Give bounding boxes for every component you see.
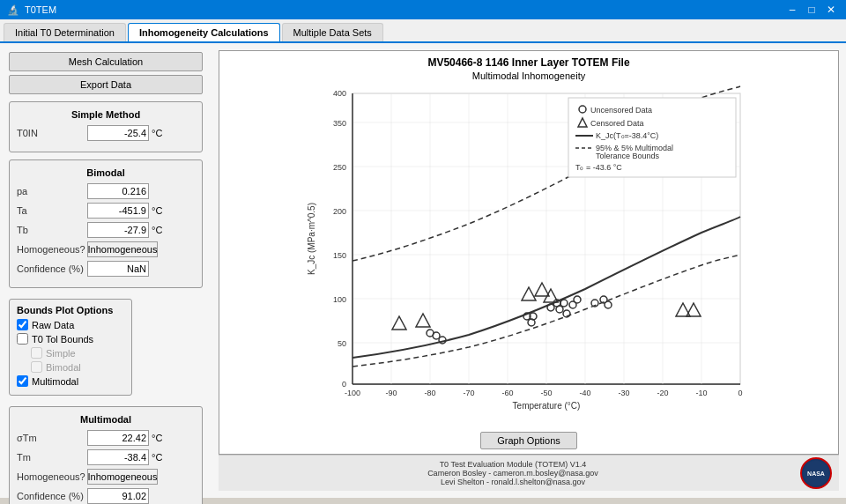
graph-title: MV50466-8 1146 Inner Layer TOTEM File [219, 51, 838, 70]
export-data-button[interactable]: Export Data [9, 75, 203, 94]
svg-text:-100: -100 [345, 389, 360, 397]
footer-line1: T0 Test Evaluation Module (TOTEM) V1.4 [226, 460, 800, 469]
bounds-title: Bounds Plot Options [17, 305, 124, 315]
multimodal-homogeneous-value: Inhomogeneous [87, 469, 158, 485]
tab-bar: Initial T0 Determination Inhomogeneity C… [0, 19, 846, 43]
svg-text:-70: -70 [463, 389, 474, 397]
footer-text: T0 Test Evaluation Module (TOTEM) V1.4 C… [226, 460, 800, 486]
tm-input[interactable] [87, 449, 149, 465]
tb-input[interactable] [87, 222, 149, 238]
svg-text:-10: -10 [695, 389, 707, 397]
multimodal-confidence-label: Confidence (%) [17, 491, 87, 501]
maximize-button[interactable]: □ [804, 2, 820, 18]
right-panel: MV50466-8 1146 Inner Layer TOTEM File Mu… [212, 43, 846, 498]
title-bar: 🔬 T0TEM – □ ✕ [0, 0, 846, 19]
svg-text:150: 150 [333, 251, 346, 260]
bimodal-confidence-input[interactable] [87, 261, 149, 277]
multimodal-homogeneous-label: Homogeneous? [17, 471, 87, 482]
svg-text:Temperature (°C): Temperature (°C) [513, 401, 581, 411]
svg-text:Uncensored Data: Uncensored Data [590, 106, 652, 115]
t0in-label: T0IN [17, 128, 87, 138]
multimodal-checkbox[interactable] [17, 375, 28, 387]
tm-label: Tm [17, 452, 87, 463]
pa-label: pa [17, 186, 87, 196]
tb-label: Tb [17, 225, 87, 235]
svg-text:-50: -50 [540, 389, 552, 397]
window-title: T0TEM [25, 4, 56, 15]
bounds-plot-options: Bounds Plot Options Raw Data T0 Tol Boun… [9, 299, 132, 396]
svg-text:K_Jc (MPa·m^0.5): K_Jc (MPa·m^0.5) [307, 203, 316, 275]
pa-input[interactable] [87, 183, 149, 199]
svg-text:-30: -30 [618, 389, 629, 397]
nasa-logo: NASA [800, 457, 832, 489]
bimodal-label: Bimodal [46, 362, 81, 373]
tab-inhomogeneity[interactable]: Inhomogeneity Calculations [128, 23, 280, 41]
ta-unit: °C [152, 205, 162, 216]
t0-tol-bounds-label: T0 Tol Bounds [32, 334, 93, 345]
graph-area: MV50466-8 1146 Inner Layer TOTEM File Mu… [219, 50, 839, 455]
svg-text:K_Jc(T₀=-38.4°C): K_Jc(T₀=-38.4°C) [596, 131, 658, 140]
bimodal-checkbox [31, 361, 42, 373]
svg-text:0: 0 [342, 380, 346, 389]
tab-multiple[interactable]: Multiple Data Sets [282, 23, 383, 41]
footer-line3: Levi Shelton - ronald.l.shelton@nasa.gov [226, 478, 800, 486]
mesh-calculation-button[interactable]: Mesh Calculation [9, 52, 203, 71]
svg-text:-60: -60 [501, 389, 513, 397]
svg-text:T₀  =  -43.6  °C: T₀ = -43.6 °C [575, 163, 622, 172]
multimodal-section: Multimodal σTm °C Tm °C Homogeneous? Inh… [9, 406, 203, 504]
close-button[interactable]: ✕ [823, 2, 839, 18]
svg-text:250: 250 [333, 163, 346, 172]
footer-line2: Cameron Bosley - cameron.m.bosley@nasa.g… [226, 469, 800, 478]
multimodal-confidence-input[interactable] [87, 488, 149, 504]
tb-unit: °C [152, 225, 162, 235]
graph-subtitle: Multimodal Inhomogeneity [219, 70, 838, 85]
svg-text:50: 50 [338, 339, 346, 348]
bimodal-homogeneous-label: Homogeneous? [17, 244, 87, 255]
ta-input[interactable] [87, 203, 149, 219]
svg-text:200: 200 [333, 207, 346, 216]
graph-options-button[interactable]: Graph Options [480, 432, 577, 449]
app-icon: 🔬 [7, 4, 19, 16]
svg-text:-90: -90 [385, 389, 397, 397]
footer-bar: T0 Test Evaluation Module (TOTEM) V1.4 C… [219, 455, 839, 491]
graph-bottom: Graph Options [219, 428, 838, 453]
svg-text:Censored Data: Censored Data [590, 119, 644, 128]
sigma-tm-input[interactable] [87, 430, 149, 446]
svg-text:100: 100 [333, 295, 346, 304]
sigma-tm-unit: °C [152, 433, 162, 443]
raw-data-checkbox[interactable] [17, 319, 28, 330]
minimize-button[interactable]: – [784, 2, 800, 18]
t0-tol-bounds-checkbox[interactable] [17, 333, 28, 345]
t0in-unit: °C [152, 128, 162, 138]
plot-svg: 0 50 100 150 200 250 350 400 -100 -90 -8… [304, 85, 753, 428]
simple-checkbox [31, 347, 42, 359]
bimodal-section: Bimodal pa Ta °C Tb °C Homogeneous? Inho… [9, 159, 203, 288]
bimodal-title: Bimodal [17, 167, 195, 178]
ta-label: Ta [17, 205, 87, 216]
raw-data-label: Raw Data [32, 320, 74, 330]
svg-text:-20: -20 [657, 389, 668, 397]
multimodal-title: Multimodal [17, 414, 195, 425]
multimodal-label: Multimodal [32, 376, 78, 387]
svg-text:-80: -80 [424, 389, 435, 397]
svg-text:400: 400 [333, 89, 346, 98]
svg-text:Tolerance Bounds: Tolerance Bounds [596, 152, 660, 160]
t0in-input[interactable] [87, 125, 149, 141]
bimodal-confidence-label: Confidence (%) [17, 263, 87, 274]
tab-initial[interactable]: Initial T0 Determination [4, 23, 126, 41]
left-panel: Mesh Calculation Export Data Simple Meth… [0, 43, 212, 498]
simple-method-title: Simple Method [17, 109, 195, 120]
svg-text:-40: -40 [579, 389, 590, 397]
bimodal-homogeneous-value: Inhomogeneous [87, 241, 158, 257]
tm-unit: °C [152, 452, 162, 463]
simple-method-section: Simple Method T0IN °C [9, 101, 203, 152]
simple-label: Simple [46, 348, 76, 359]
svg-text:0: 0 [738, 389, 742, 397]
sigma-tm-label: σTm [17, 433, 87, 443]
svg-text:350: 350 [333, 119, 346, 128]
